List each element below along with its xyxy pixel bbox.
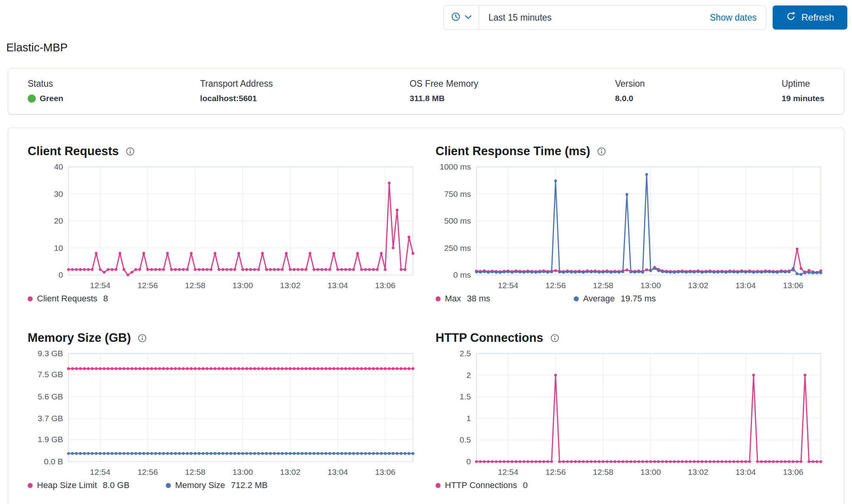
legend-value: 8.0 GB (103, 480, 129, 490)
legend-label: Heap Size Limit (37, 480, 97, 490)
chart-svg: 0 ms250 ms500 ms750 ms1000 ms12:5412:561… (436, 163, 825, 292)
svg-text:13:00: 13:00 (640, 467, 661, 476)
legend-dot-icon (436, 296, 441, 301)
chart-canvas: 0 ms250 ms500 ms750 ms1000 ms12:5412:561… (436, 163, 825, 292)
svg-text:12:54: 12:54 (498, 281, 518, 290)
svg-text:30: 30 (54, 189, 63, 198)
svg-text:750 ms: 750 ms (444, 189, 471, 198)
show-dates-link[interactable]: Show dates (701, 12, 766, 23)
svg-text:13:02: 13:02 (280, 281, 300, 290)
legend-value: 8 (103, 294, 108, 304)
chart-title: HTTP Connections (436, 331, 543, 345)
transport-address-value: localhost:5601 (200, 94, 257, 103)
svg-text:1.9 GB: 1.9 GB (38, 435, 63, 444)
chart-title: Client Requests (28, 144, 119, 158)
svg-text:13:04: 13:04 (735, 281, 756, 290)
status-item-uptime: Uptime 19 minutes (782, 79, 824, 103)
svg-text:3.7 GB: 3.7 GB (38, 414, 63, 423)
time-quick-select-button[interactable] (444, 6, 479, 29)
svg-text:13:06: 13:06 (375, 467, 396, 476)
status-green-dot-icon (28, 94, 36, 103)
svg-text:13:04: 13:04 (735, 467, 756, 476)
date-picker: Last 15 minutes Show dates (443, 5, 766, 30)
svg-text:1.5: 1.5 (460, 392, 471, 401)
svg-text:13:04: 13:04 (327, 467, 348, 476)
svg-text:2: 2 (466, 371, 471, 380)
chart-canvas: 01020304012:5412:5612:5813:0013:0213:041… (28, 163, 417, 292)
legend-label: Max (445, 294, 461, 304)
version-value: 8.0.0 (615, 94, 633, 103)
chart-client-response-time: Client Response Time (ms) 0 ms250 ms500 … (436, 144, 825, 304)
chart-title: Memory Size (GB) (28, 331, 131, 345)
chart-svg: 00.511.522.512:5412:5612:5813:0013:0213:… (436, 350, 825, 479)
legend-value: 0 (523, 480, 527, 490)
status-item-os-free-memory: OS Free Memory 311.8 MB (409, 79, 478, 103)
svg-text:2.5: 2.5 (460, 350, 471, 358)
svg-text:13:00: 13:00 (232, 467, 253, 476)
legend-item[interactable]: HTTP Connections0 (436, 480, 574, 490)
chart-http-connections: HTTP Connections 00.511.522.512:5412:561… (436, 331, 825, 490)
os-free-memory-value: 311.8 MB (409, 94, 444, 103)
time-range-display[interactable]: Last 15 minutes (479, 12, 701, 23)
chart-legend: Heap Size Limit8.0 GBMemory Size712.2 MB (28, 480, 417, 490)
info-icon[interactable] (138, 334, 147, 343)
chart-legend: HTTP Connections0 (436, 480, 825, 490)
chart-memory-size: Memory Size (GB) 0.0 B1.9 GB3.7 GB5.6 GB… (28, 331, 417, 490)
legend-item[interactable]: Average19.75 ms (574, 294, 712, 304)
legend-label: HTTP Connections (445, 480, 517, 490)
svg-text:12:56: 12:56 (137, 467, 158, 476)
svg-text:13:02: 13:02 (280, 467, 300, 476)
chart-svg: 0.0 B1.9 GB3.7 GB5.6 GB7.5 GB9.3 GB12:54… (28, 350, 417, 479)
chart-canvas: 0.0 B1.9 GB3.7 GB5.6 GB7.5 GB9.3 GB12:54… (28, 350, 417, 479)
legend-label: Client Requests (37, 294, 97, 304)
chevron-down-icon (465, 14, 472, 21)
status-item-status: Status Green (28, 79, 63, 103)
svg-text:12:58: 12:58 (185, 281, 206, 290)
os-free-memory-label: OS Free Memory (409, 79, 478, 89)
info-icon[interactable] (597, 147, 606, 156)
clock-icon (451, 12, 461, 23)
svg-text:13:06: 13:06 (783, 467, 804, 476)
chart-client-requests: Client Requests 01020304012:5412:5612:58… (28, 144, 417, 304)
svg-text:12:54: 12:54 (90, 467, 111, 476)
version-label: Version (615, 79, 645, 89)
svg-text:12:54: 12:54 (90, 281, 111, 290)
svg-text:0.0 B: 0.0 B (44, 457, 63, 466)
svg-text:12:56: 12:56 (545, 281, 566, 290)
top-bar: Last 15 minutes Show dates Refresh (0, 0, 852, 30)
legend-item[interactable]: Heap Size Limit8.0 GB (28, 480, 166, 490)
status-summary-panel: Status Green Transport Address localhost… (8, 68, 844, 114)
svg-text:7.5 GB: 7.5 GB (38, 370, 63, 379)
legend-dot-icon (28, 296, 33, 301)
info-icon[interactable] (550, 334, 559, 343)
svg-text:13:02: 13:02 (688, 467, 708, 476)
legend-item[interactable]: Memory Size712.2 MB (166, 480, 304, 490)
svg-text:13:00: 13:00 (232, 281, 253, 290)
legend-dot-icon (28, 483, 33, 488)
svg-text:9.3 GB: 9.3 GB (38, 350, 63, 358)
svg-text:250 ms: 250 ms (444, 243, 471, 252)
refresh-button[interactable]: Refresh (773, 5, 847, 30)
charts-grid: Client Requests 01020304012:5412:5612:58… (28, 144, 824, 490)
legend-item[interactable]: Client Requests8 (28, 294, 166, 304)
status-label: Status (28, 79, 63, 89)
svg-text:0 ms: 0 ms (453, 270, 471, 279)
info-icon[interactable] (126, 147, 135, 156)
svg-text:13:00: 13:00 (640, 281, 661, 290)
uptime-value: 19 minutes (782, 94, 824, 103)
chart-svg: 01020304012:5412:5612:5813:0013:0213:041… (28, 163, 417, 292)
legend-item[interactable]: Max38 ms (436, 294, 574, 304)
svg-text:0: 0 (58, 270, 63, 279)
svg-text:12:54: 12:54 (498, 467, 518, 476)
svg-text:12:58: 12:58 (185, 467, 206, 476)
refresh-label: Refresh (801, 12, 834, 23)
chart-legend: Max38 msAverage19.75 ms (436, 294, 825, 304)
refresh-icon (786, 11, 796, 24)
svg-text:1: 1 (466, 414, 471, 423)
svg-text:13:06: 13:06 (375, 281, 396, 290)
svg-text:0: 0 (466, 457, 471, 466)
svg-text:12:56: 12:56 (545, 467, 566, 476)
svg-text:12:56: 12:56 (137, 281, 158, 290)
legend-label: Average (583, 294, 615, 304)
svg-text:40: 40 (54, 163, 63, 171)
